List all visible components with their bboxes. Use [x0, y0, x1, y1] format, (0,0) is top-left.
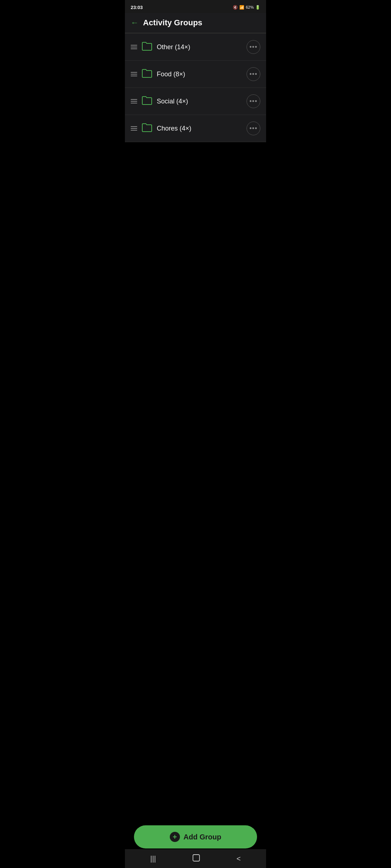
group-name: Social (4×): [157, 98, 242, 105]
list-item[interactable]: Food (8×) •••: [125, 61, 266, 88]
drag-handle-icon[interactable]: [131, 126, 137, 131]
battery-visual: 🔋: [255, 5, 260, 10]
empty-space: [125, 142, 266, 287]
drag-handle-icon[interactable]: [131, 45, 137, 49]
folder-icon: [142, 69, 152, 80]
back-button[interactable]: ←: [131, 18, 139, 27]
more-options-button[interactable]: •••: [247, 40, 260, 54]
more-options-button[interactable]: •••: [247, 94, 260, 108]
status-icons: 🔇 📶 62% 🔋: [233, 5, 260, 10]
ellipsis-icon: •••: [249, 43, 257, 51]
group-name: Chores (4×): [157, 125, 242, 132]
list-item[interactable]: Other (14×) •••: [125, 34, 266, 61]
more-options-button[interactable]: •••: [247, 122, 260, 135]
signal-icon: 📶: [239, 5, 244, 10]
drag-handle-icon[interactable]: [131, 99, 137, 103]
list-item[interactable]: Chores (4×) •••: [125, 115, 266, 142]
status-bar: 23:03 🔇 📶 62% 🔋: [125, 0, 266, 13]
ellipsis-icon: •••: [249, 71, 257, 78]
more-options-button[interactable]: •••: [247, 67, 260, 81]
battery-percent: 62%: [246, 5, 254, 9]
group-name: Food (8×): [157, 71, 242, 78]
group-name: Other (14×): [157, 43, 242, 51]
folder-icon: [142, 42, 152, 52]
folder-icon: [142, 96, 152, 107]
ellipsis-icon: •••: [249, 125, 257, 132]
battery-icon: 🔇: [233, 5, 238, 10]
drag-handle-icon[interactable]: [131, 72, 137, 76]
folder-icon: [142, 123, 152, 134]
header: ← Activity Groups: [125, 13, 266, 33]
ellipsis-icon: •••: [249, 98, 257, 105]
group-list: Other (14×) ••• Food (8×) •••: [125, 34, 266, 142]
page-title: Activity Groups: [143, 18, 202, 27]
status-time: 23:03: [131, 5, 143, 10]
list-item[interactable]: Social (4×) •••: [125, 88, 266, 115]
